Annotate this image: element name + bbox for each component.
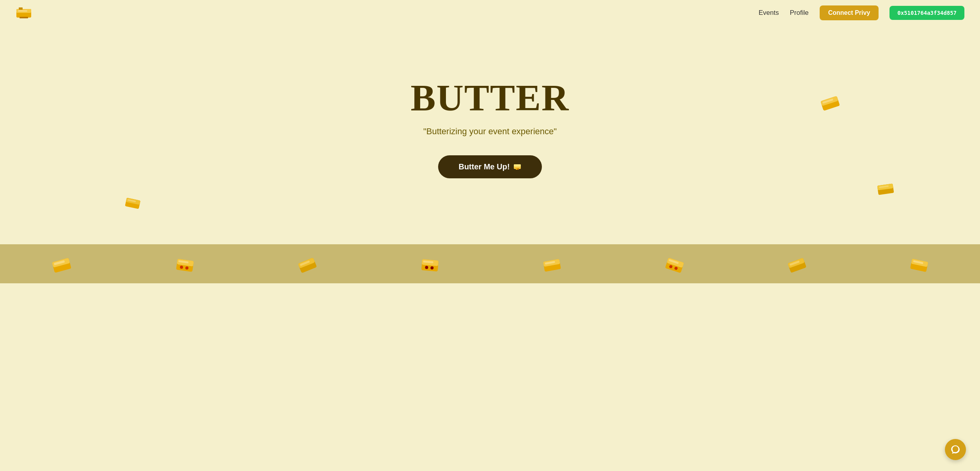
- hero-title: BUTTER: [411, 76, 570, 119]
- wallet-address-button[interactable]: 0x5101764a3f34d857: [889, 6, 964, 20]
- svg-rect-11: [877, 183, 894, 195]
- svg-rect-4: [20, 17, 28, 18]
- nav-links: Events Profile Connect Privy 0x5101764a3…: [759, 5, 964, 20]
- strip-item-7: [788, 258, 806, 273]
- svg-rect-5: [820, 96, 840, 111]
- navbar: Events Profile Connect Privy 0x5101764a3…: [0, 0, 980, 26]
- hero-section: BUTTER "Butterizing your event experienc…: [0, 26, 980, 244]
- svg-rect-12: [877, 183, 893, 190]
- svg-rect-7: [822, 98, 833, 103]
- svg-rect-13: [879, 185, 889, 188]
- strip-item-6: [665, 257, 684, 274]
- strip-item-5: [543, 258, 561, 273]
- svg-rect-6: [820, 96, 838, 106]
- nav-profile[interactable]: Profile: [790, 9, 809, 17]
- chat-icon: [950, 444, 960, 455]
- svg-rect-3: [19, 7, 23, 10]
- connect-privy-button[interactable]: Connect Privy: [820, 5, 879, 20]
- svg-rect-2: [18, 10, 27, 12]
- chat-bubble-button[interactable]: [945, 439, 966, 460]
- cta-button[interactable]: Butter Me Up!: [438, 155, 541, 178]
- hero-subtitle: "Butterizing your event experience": [423, 126, 557, 137]
- strip-item-1: [52, 257, 71, 274]
- svg-rect-10: [127, 199, 136, 202]
- svg-rect-8: [125, 198, 140, 209]
- svg-rect-17: [517, 168, 519, 170]
- cta-butter-icon: [513, 163, 522, 171]
- nav-events[interactable]: Events: [759, 9, 779, 17]
- svg-rect-16: [516, 168, 517, 170]
- logo-icon: [16, 6, 32, 20]
- logo: [16, 6, 32, 20]
- floating-butter-3: [877, 183, 894, 197]
- svg-rect-15: [514, 164, 521, 167]
- floating-butter-1: [821, 96, 840, 112]
- floating-butter-2: [125, 197, 140, 212]
- svg-rect-9: [126, 198, 141, 205]
- bottom-strip: [0, 244, 980, 283]
- strip-item-8: [910, 258, 928, 273]
- strip-item-4: [421, 257, 439, 274]
- strip-item-2: [176, 257, 194, 274]
- strip-item-3: [298, 258, 316, 273]
